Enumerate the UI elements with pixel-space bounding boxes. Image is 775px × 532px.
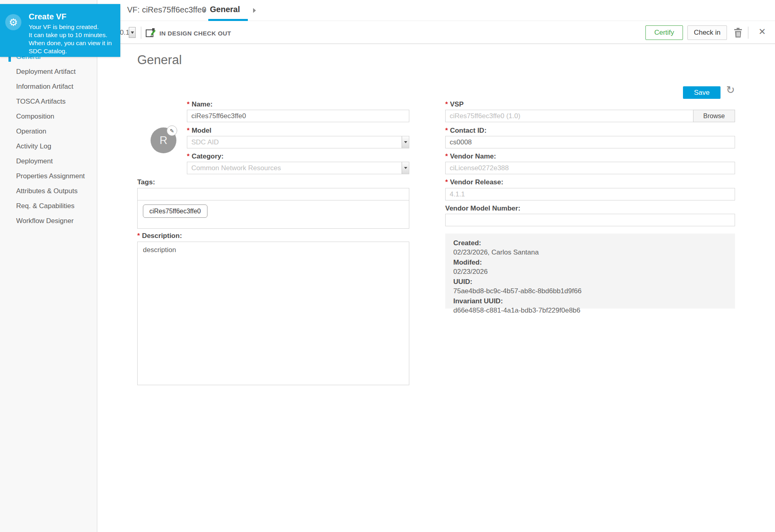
main-region: VF: ciRes75ff6ec3ffe0 General V 0.1 IN D… xyxy=(97,0,775,532)
tags-chip-area: ciRes75ff6ec3ffe0 xyxy=(137,200,409,229)
sidebar-item-label: Properties Assignment xyxy=(16,172,85,180)
required-marker: * xyxy=(137,232,140,240)
sidebar-item-deployment[interactable]: Deployment xyxy=(0,154,97,169)
edit-pencil-icon: ✎ xyxy=(170,128,174,134)
select-spinner xyxy=(402,136,409,148)
lifecycle-status-label: IN DESIGN CHECK OUT xyxy=(159,30,231,37)
tags-input[interactable] xyxy=(137,188,409,200)
vendor-model-number-input[interactable] xyxy=(445,214,735,226)
meta-label: UUID: xyxy=(453,277,727,286)
avatar-edit-button[interactable]: ✎ xyxy=(167,125,177,136)
avatar-initial: R xyxy=(159,134,168,147)
required-marker: * xyxy=(445,152,448,160)
label-text: Model xyxy=(192,127,212,134)
sidebar-item-label: Operation xyxy=(16,127,46,135)
category-select[interactable]: Common Network Resources xyxy=(187,162,409,174)
sidebar-item-composition[interactable]: Composition xyxy=(0,109,97,124)
sidebar-menu: General Deployment Artifact Information … xyxy=(0,49,97,228)
sidebar-item-label: Deployment Artifact xyxy=(16,68,75,75)
gear-icon: ⚙ xyxy=(5,14,21,30)
tab-vf-resource[interactable]: VF: ciRes75ff6ec3ffe0 xyxy=(127,5,206,15)
label-text: Vendor Model Number: xyxy=(445,204,520,212)
sidebar-item-attributes-outputs[interactable]: Attributes & Outputs xyxy=(0,184,97,198)
required-marker: * xyxy=(187,127,190,134)
toolbar-divider xyxy=(141,27,141,39)
sidebar-item-activity-log[interactable]: Activity Log xyxy=(0,139,97,154)
sidebar-item-label: Activity Log xyxy=(16,142,51,150)
meta-label: Created: xyxy=(453,239,727,248)
toast-title: Create VF xyxy=(29,12,66,21)
label-text: Tags: xyxy=(137,178,155,186)
meta-label: Invariant UUID: xyxy=(453,297,727,306)
certify-button[interactable]: Certify xyxy=(645,25,683,40)
close-icon[interactable]: ✕ xyxy=(757,26,767,38)
vsp-row: Browse xyxy=(445,110,735,122)
label-text: VSP xyxy=(450,100,464,108)
contact-id-input[interactable] xyxy=(445,136,735,148)
model-select-value: SDC AID xyxy=(191,138,219,146)
label-text: Name: xyxy=(192,100,213,108)
vendor-name-label: *Vendor Name: xyxy=(445,152,496,161)
delete-trash-icon[interactable] xyxy=(733,27,743,38)
breadcrumb-arrow-icon xyxy=(253,8,256,13)
breadcrumb-arrow-icon xyxy=(203,8,206,13)
required-marker: * xyxy=(187,152,190,160)
category-label: *Category: xyxy=(187,152,224,161)
vendor-release-input xyxy=(445,188,735,200)
sidebar-item-information-artifact[interactable]: Information Artifact xyxy=(0,79,97,94)
chevron-down-icon xyxy=(404,167,407,169)
sidebar-item-label: Attributes & Outputs xyxy=(16,187,78,195)
name-label: *Name: xyxy=(187,100,213,108)
label-text: Description: xyxy=(142,232,182,240)
vendor-name-input xyxy=(445,162,735,174)
sidebar-item-properties-assignment[interactable]: Properties Assignment xyxy=(0,169,97,184)
chevron-down-icon xyxy=(131,31,134,34)
description-label: *Description: xyxy=(137,232,182,240)
sidebar-item-operation[interactable]: Operation xyxy=(0,124,97,139)
browse-button[interactable]: Browse xyxy=(693,110,735,122)
sidebar-item-workflow-designer[interactable]: Workflow Designer xyxy=(0,213,97,228)
tag-chip[interactable]: ciRes75ff6ec3ffe0 xyxy=(143,204,207,218)
version-dropdown[interactable] xyxy=(129,27,136,38)
sidebar-item-req-capabilities[interactable]: Req. & Capabilities xyxy=(0,198,97,213)
label-text: Vendor Name: xyxy=(450,152,496,160)
create-vf-toast: ⚙ Create VF Your VF is being created. It… xyxy=(0,4,120,57)
label-text: Contact ID: xyxy=(450,127,487,134)
sidebar-item-tosca-artifacts[interactable]: TOSCA Artifacts xyxy=(0,94,97,109)
required-marker: * xyxy=(445,178,448,186)
meta-value: d66e4858-c881-4a1a-bdb3-7bf229f0e8b6 xyxy=(453,306,727,315)
sidebar-item-label: Deployment xyxy=(16,157,53,165)
sidebar-item-label: Req. & Capabilities xyxy=(16,202,75,210)
meta-invariant-uuid: Invariant UUID: d66e4858-c881-4a1a-bdb3-… xyxy=(453,297,727,315)
vsp-input xyxy=(445,110,735,122)
meta-modified: Modifed: 02/23/2026 xyxy=(453,258,727,276)
tags-label: Tags: xyxy=(137,178,155,186)
gear-glyph: ⚙ xyxy=(9,17,18,28)
check-in-button[interactable]: Check in xyxy=(687,25,727,40)
sidebar-item-label: TOSCA Artifacts xyxy=(16,98,66,105)
required-marker: * xyxy=(445,100,448,108)
select-spinner xyxy=(402,162,409,174)
name-input[interactable] xyxy=(187,110,409,122)
category-select-value: Common Network Resources xyxy=(191,164,281,172)
contact-id-label: *Contact ID: xyxy=(445,127,486,135)
metadata-panel: Created: 02/23/2026, Carlos Santana Modi… xyxy=(445,234,735,309)
required-marker: * xyxy=(187,100,190,108)
toolbar-divider xyxy=(748,27,748,39)
save-button[interactable]: Save xyxy=(683,86,721,99)
meta-value: 75ae4bd8-bc9c-4b57-ab8c-8bd6bb1d9f66 xyxy=(453,286,727,296)
vendor-release-label: *Vendor Release: xyxy=(445,178,503,186)
toast-line: It can take up to 10 minutes. xyxy=(29,31,117,39)
refresh-icon[interactable]: ↻ xyxy=(726,85,735,95)
sidebar-item-deployment-artifact[interactable]: Deployment Artifact xyxy=(0,64,97,79)
tab-bar: VF: ciRes75ff6ec3ffe0 General xyxy=(97,0,775,21)
tab-general[interactable]: General xyxy=(210,5,240,14)
model-label: *Model xyxy=(187,127,212,135)
model-select[interactable]: SDC AID xyxy=(187,136,409,148)
sidebar-item-label: Workflow Designer xyxy=(16,217,73,225)
page-title: General xyxy=(137,53,182,67)
meta-value: 02/23/2026, Carlos Santana xyxy=(453,248,727,257)
description-textarea[interactable]: description xyxy=(137,242,409,385)
meta-created: Created: 02/23/2026, Carlos Santana xyxy=(453,239,727,257)
sidebar-item-label: Composition xyxy=(16,113,54,120)
